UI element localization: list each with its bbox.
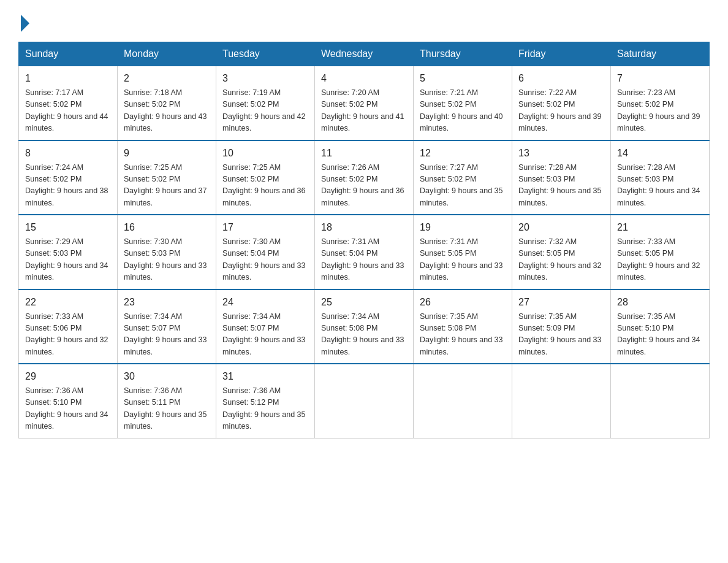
day-info: Sunrise: 7:24 AMSunset: 5:02 PMDaylight:… — [25, 162, 111, 210]
logo-arrow-icon — [21, 15, 29, 32]
day-info: Sunrise: 7:34 AMSunset: 5:08 PMDaylight:… — [321, 311, 407, 359]
day-info: Sunrise: 7:36 AMSunset: 5:12 PMDaylight:… — [222, 385, 308, 433]
day-number: 13 — [518, 146, 604, 161]
table-row: 22Sunrise: 7:33 AMSunset: 5:06 PMDayligh… — [19, 289, 118, 364]
day-info: Sunrise: 7:28 AMSunset: 5:03 PMDaylight:… — [518, 162, 604, 210]
col-tuesday: Tuesday — [216, 42, 315, 66]
calendar-week-row: 22Sunrise: 7:33 AMSunset: 5:06 PMDayligh… — [19, 289, 710, 364]
table-row — [414, 364, 512, 438]
table-row: 30Sunrise: 7:36 AMSunset: 5:11 PMDayligh… — [118, 364, 216, 438]
day-number: 3 — [222, 71, 308, 86]
table-row: 4Sunrise: 7:20 AMSunset: 5:02 PMDaylight… — [315, 66, 414, 140]
day-number: 5 — [420, 71, 506, 86]
day-number: 18 — [321, 220, 407, 235]
day-info: Sunrise: 7:21 AMSunset: 5:02 PMDaylight:… — [420, 87, 506, 135]
day-info: Sunrise: 7:36 AMSunset: 5:11 PMDaylight:… — [124, 385, 210, 433]
table-row: 14Sunrise: 7:28 AMSunset: 5:03 PMDayligh… — [611, 140, 710, 215]
day-info: Sunrise: 7:19 AMSunset: 5:02 PMDaylight:… — [222, 87, 308, 135]
col-saturday: Saturday — [611, 42, 710, 66]
day-number: 27 — [518, 295, 604, 310]
day-info: Sunrise: 7:36 AMSunset: 5:10 PMDaylight:… — [25, 385, 111, 433]
day-number: 1 — [25, 71, 111, 86]
day-number: 19 — [420, 220, 506, 235]
table-row: 26Sunrise: 7:35 AMSunset: 5:08 PMDayligh… — [414, 289, 512, 364]
calendar-week-row: 29Sunrise: 7:36 AMSunset: 5:10 PMDayligh… — [19, 364, 710, 438]
day-number: 9 — [124, 146, 210, 161]
day-number: 8 — [25, 146, 111, 161]
day-number: 17 — [222, 220, 308, 235]
day-number: 11 — [321, 146, 407, 161]
col-sunday: Sunday — [19, 42, 118, 66]
day-info: Sunrise: 7:25 AMSunset: 5:02 PMDaylight:… — [222, 162, 308, 210]
day-info: Sunrise: 7:33 AMSunset: 5:06 PMDaylight:… — [25, 311, 111, 359]
table-row: 6Sunrise: 7:22 AMSunset: 5:02 PMDaylight… — [512, 66, 611, 140]
col-thursday: Thursday — [414, 42, 512, 66]
day-number: 7 — [617, 71, 703, 86]
day-info: Sunrise: 7:30 AMSunset: 5:03 PMDaylight:… — [124, 236, 210, 284]
col-friday: Friday — [512, 42, 611, 66]
table-row: 10Sunrise: 7:25 AMSunset: 5:02 PMDayligh… — [216, 140, 315, 215]
day-info: Sunrise: 7:35 AMSunset: 5:09 PMDaylight:… — [518, 311, 604, 359]
day-number: 28 — [617, 295, 703, 310]
day-info: Sunrise: 7:28 AMSunset: 5:03 PMDaylight:… — [617, 162, 703, 210]
day-info: Sunrise: 7:20 AMSunset: 5:02 PMDaylight:… — [321, 87, 407, 135]
day-number: 24 — [222, 295, 308, 310]
day-number: 22 — [25, 295, 111, 310]
table-row: 2Sunrise: 7:18 AMSunset: 5:02 PMDaylight… — [118, 66, 216, 140]
table-row: 25Sunrise: 7:34 AMSunset: 5:08 PMDayligh… — [315, 289, 414, 364]
day-info: Sunrise: 7:33 AMSunset: 5:05 PMDaylight:… — [617, 236, 703, 284]
table-row: 9Sunrise: 7:25 AMSunset: 5:02 PMDaylight… — [118, 140, 216, 215]
table-row: 16Sunrise: 7:30 AMSunset: 5:03 PMDayligh… — [118, 215, 216, 289]
day-number: 15 — [25, 220, 111, 235]
day-info: Sunrise: 7:18 AMSunset: 5:02 PMDaylight:… — [124, 87, 210, 135]
day-number: 21 — [617, 220, 703, 235]
day-number: 12 — [420, 146, 506, 161]
day-number: 23 — [124, 295, 210, 310]
day-info: Sunrise: 7:25 AMSunset: 5:02 PMDaylight:… — [124, 162, 210, 210]
table-row: 21Sunrise: 7:33 AMSunset: 5:05 PMDayligh… — [611, 215, 710, 289]
calendar-table: Sunday Monday Tuesday Wednesday Thursday… — [18, 42, 710, 439]
header-row: Sunday Monday Tuesday Wednesday Thursday… — [19, 42, 710, 66]
table-row: 1Sunrise: 7:17 AMSunset: 5:02 PMDaylight… — [19, 66, 118, 140]
col-wednesday: Wednesday — [315, 42, 414, 66]
page-header — [18, 12, 710, 29]
table-row: 23Sunrise: 7:34 AMSunset: 5:07 PMDayligh… — [118, 289, 216, 364]
day-info: Sunrise: 7:26 AMSunset: 5:02 PMDaylight:… — [321, 162, 407, 210]
day-number: 10 — [222, 146, 308, 161]
day-number: 16 — [124, 220, 210, 235]
day-info: Sunrise: 7:27 AMSunset: 5:02 PMDaylight:… — [420, 162, 506, 210]
day-info: Sunrise: 7:31 AMSunset: 5:05 PMDaylight:… — [420, 236, 506, 284]
day-info: Sunrise: 7:31 AMSunset: 5:04 PMDaylight:… — [321, 236, 407, 284]
table-row: 29Sunrise: 7:36 AMSunset: 5:10 PMDayligh… — [19, 364, 118, 438]
day-info: Sunrise: 7:23 AMSunset: 5:02 PMDaylight:… — [617, 87, 703, 135]
day-info: Sunrise: 7:17 AMSunset: 5:02 PMDaylight:… — [25, 87, 111, 135]
day-number: 20 — [518, 220, 604, 235]
day-number: 14 — [617, 146, 703, 161]
table-row: 17Sunrise: 7:30 AMSunset: 5:04 PMDayligh… — [216, 215, 315, 289]
day-info: Sunrise: 7:30 AMSunset: 5:04 PMDaylight:… — [222, 236, 308, 284]
table-row: 8Sunrise: 7:24 AMSunset: 5:02 PMDaylight… — [19, 140, 118, 215]
table-row: 3Sunrise: 7:19 AMSunset: 5:02 PMDaylight… — [216, 66, 315, 140]
table-row: 19Sunrise: 7:31 AMSunset: 5:05 PMDayligh… — [414, 215, 512, 289]
day-number: 26 — [420, 295, 506, 310]
day-info: Sunrise: 7:35 AMSunset: 5:08 PMDaylight:… — [420, 311, 506, 359]
day-number: 25 — [321, 295, 407, 310]
day-number: 31 — [222, 369, 308, 384]
table-row: 31Sunrise: 7:36 AMSunset: 5:12 PMDayligh… — [216, 364, 315, 438]
table-row: 7Sunrise: 7:23 AMSunset: 5:02 PMDaylight… — [611, 66, 710, 140]
calendar-week-row: 15Sunrise: 7:29 AMSunset: 5:03 PMDayligh… — [19, 215, 710, 289]
table-row — [315, 364, 414, 438]
day-number: 29 — [25, 369, 111, 384]
day-info: Sunrise: 7:29 AMSunset: 5:03 PMDaylight:… — [25, 236, 111, 284]
calendar-week-row: 8Sunrise: 7:24 AMSunset: 5:02 PMDaylight… — [19, 140, 710, 215]
logo — [18, 12, 29, 29]
col-monday: Monday — [118, 42, 216, 66]
table-row: 28Sunrise: 7:35 AMSunset: 5:10 PMDayligh… — [611, 289, 710, 364]
table-row: 15Sunrise: 7:29 AMSunset: 5:03 PMDayligh… — [19, 215, 118, 289]
table-row — [512, 364, 611, 438]
table-row: 11Sunrise: 7:26 AMSunset: 5:02 PMDayligh… — [315, 140, 414, 215]
table-row: 24Sunrise: 7:34 AMSunset: 5:07 PMDayligh… — [216, 289, 315, 364]
day-number: 4 — [321, 71, 407, 86]
day-info: Sunrise: 7:32 AMSunset: 5:05 PMDaylight:… — [518, 236, 604, 284]
day-info: Sunrise: 7:35 AMSunset: 5:10 PMDaylight:… — [617, 311, 703, 359]
